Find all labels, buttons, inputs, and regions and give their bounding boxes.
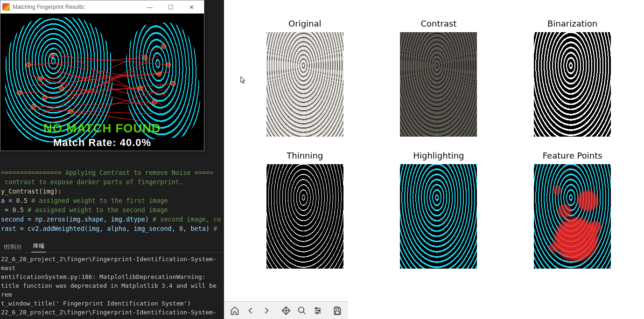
subplot-original: Original	[257, 19, 353, 137]
subplot-thinning: Thinning	[257, 151, 353, 269]
save-button[interactable]	[329, 303, 345, 318]
opencv-icon	[2, 3, 10, 11]
subplot-binarization: Binarization	[524, 19, 621, 137]
fingerprint-image-original	[266, 32, 343, 137]
fingerprint-image-contrast	[400, 32, 477, 137]
subplot-grid: Original Contrast Binarization Thinning …	[257, 19, 621, 269]
arrow-right-icon	[262, 306, 271, 315]
subplot-title: Contrast	[421, 19, 457, 28]
fingerprint-image-thinning	[266, 164, 343, 269]
window-title: Matching Fingerprint Results:	[13, 4, 139, 10]
matplotlib-figure-window: Original Contrast Binarization Thinning …	[224, 0, 644, 319]
home-icon	[230, 306, 239, 315]
match-rate-label: Match Rate: 40.0%	[0, 137, 204, 149]
minimize-button[interactable]: —	[139, 1, 160, 13]
code-comment: # assigned weight to the first image	[28, 197, 168, 204]
sliders-icon	[313, 306, 322, 315]
code-line: a =	[1, 197, 16, 204]
zoom-icon	[297, 306, 307, 315]
subplot-title: Feature Points	[543, 151, 602, 160]
ide-left-pane: e: from ( ================ Applying Cont…	[0, 0, 224, 319]
code-comment: contrast to expose darker parts of finge…	[1, 178, 183, 186]
svg-rect-37	[336, 307, 339, 309]
code-line: =	[1, 206, 12, 214]
save-icon	[333, 306, 342, 315]
code-line: second = np.zeros(img.shape, img.dtype)	[1, 215, 153, 223]
svg-rect-38	[336, 311, 339, 314]
code-line: , beta)	[183, 225, 213, 232]
code-num: 0.5	[12, 206, 23, 214]
subplot-title: Highlighting	[413, 151, 464, 160]
matching-result-image: NO MATCH FOUND Match Rate: 40.0%	[0, 14, 204, 151]
subplot-title: Thinning	[287, 151, 323, 160]
svg-point-33	[299, 307, 304, 312]
code-num: 0.5	[16, 197, 28, 204]
fingerprint-image-highlighting	[400, 164, 477, 269]
no-match-label: NO MATCH FOUND	[0, 121, 204, 136]
code-comment: ================ Applying Contrast to re…	[1, 169, 213, 176]
window-titlebar[interactable]: Matching Fingerprint Results: — ☐ ✕	[0, 0, 204, 14]
subplot-contrast: Contrast	[391, 19, 487, 137]
subplot-feature-points: Feature Points	[524, 151, 621, 269]
maximize-button[interactable]: ☐	[160, 1, 181, 13]
tab-debug-console[interactable]: t控制台	[2, 243, 24, 251]
arrow-left-icon	[246, 306, 255, 315]
subplot-title: Binarization	[547, 19, 597, 28]
subplot-title: Original	[288, 19, 321, 28]
forward-button[interactable]	[259, 303, 274, 318]
close-button[interactable]: ✕	[181, 1, 202, 13]
opencv-result-window[interactable]: Matching Fingerprint Results: — ☐ ✕	[0, 0, 204, 151]
code-comment: #	[213, 225, 221, 232]
configure-button[interactable]	[310, 303, 326, 318]
code-comment: # assigned weight to the second image	[24, 206, 168, 214]
code-line: y_Contrast(img):	[1, 187, 62, 195]
code-comment: # second image, co	[153, 215, 221, 223]
code-num: 0	[179, 225, 183, 232]
fingerprint-image-binarization	[534, 32, 611, 137]
home-button[interactable]	[227, 303, 243, 318]
terminal-tabs: t控制台 终端	[0, 242, 224, 253]
move-icon	[281, 306, 291, 315]
tab-terminal[interactable]: 终端	[31, 242, 46, 252]
subplot-highlighting: Highlighting	[391, 151, 487, 269]
svg-point-36	[316, 312, 318, 313]
back-button[interactable]	[243, 303, 259, 318]
pan-button[interactable]	[278, 303, 294, 318]
zoom-button[interactable]	[294, 303, 310, 318]
fingerprint-image-feature-points	[534, 164, 611, 269]
code-line: rast = cv2.addWeighted(img, alpha, img_s…	[1, 225, 179, 232]
terminal-output[interactable]: 22_6_28_project_2\finger\Fingerprint-Ide…	[0, 255, 224, 319]
svg-point-34	[315, 307, 317, 309]
matplotlib-toolbar	[224, 301, 348, 319]
svg-point-35	[319, 310, 320, 311]
